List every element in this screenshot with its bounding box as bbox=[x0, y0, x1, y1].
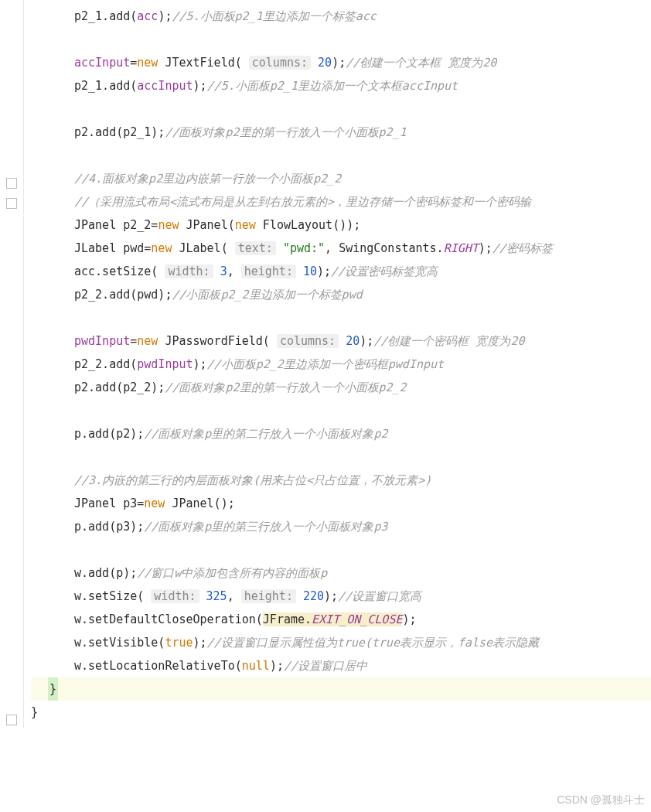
code-line[interactable]: } bbox=[31, 701, 651, 724]
code-line[interactable]: accInput=new JTextField( columns: 20);//… bbox=[31, 51, 651, 74]
gutter bbox=[0, 0, 24, 728]
code-line[interactable]: p2_2.add(pwdInput);//小面板p2_2里边添加一个密码框pwd… bbox=[31, 353, 651, 376]
watermark: CSDN @孤独斗士 bbox=[557, 793, 645, 807]
code-line[interactable]: JLabel pwd=new JLabel( text: "pwd:", Swi… bbox=[31, 237, 651, 260]
code-line[interactable]: JPanel p2_2=new JPanel(new FlowLayout())… bbox=[31, 213, 651, 237]
code-line[interactable]: acc.setSize( width: 3, height: 10);//设置密… bbox=[31, 260, 651, 283]
code-comment[interactable]: //3.内嵌的第三行的内层面板对象(用来占位<只占位置，不放元素>) bbox=[31, 469, 651, 492]
code-line[interactable]: p2_2.add(pwd);//小面板p2_2里边添加一个标签pwd bbox=[31, 283, 651, 306]
code-comment[interactable]: //4.面板对象p2里边内嵌第一行放一个小面板p2_2 bbox=[31, 167, 651, 190]
code-line[interactable]: w.setDefaultCloseOperation(JFrame.EXIT_O… bbox=[31, 608, 651, 631]
code-line[interactable]: p.add(p2);//面板对象p里的第二行放入一个小面板对象p2 bbox=[31, 422, 651, 445]
code-line[interactable]: w.setVisible(true);//设置窗口显示属性值为true(true… bbox=[31, 631, 651, 654]
code-editor[interactable]: p2_1.add(acc);//5.小面板p2_1里边添加一个标签acc acc… bbox=[0, 0, 651, 728]
code-line[interactable]: p.add(p3);//面板对象p里的第三行放入一个小面板对象p3 bbox=[31, 515, 651, 538]
fold-icon[interactable] bbox=[6, 715, 17, 725]
code-comment[interactable]: //（采用流式布局<流式布局是从左到右放元素的>，里边存储一个密码标签和一个密码… bbox=[31, 190, 651, 213]
fold-icon[interactable] bbox=[6, 198, 17, 209]
fold-icon[interactable] bbox=[6, 178, 17, 189]
code-line[interactable]: w.add(p);//窗口w中添加包含所有内容的面板p bbox=[31, 561, 651, 585]
code-line[interactable]: pwdInput=new JPasswordField( columns: 20… bbox=[31, 329, 651, 353]
code-line[interactable]: w.setSize( width: 325, height: 220);//设置… bbox=[31, 585, 651, 608]
code-line[interactable]: p2_1.add(accInput);//5.小面板p2_1里边添加一个文本框a… bbox=[31, 74, 651, 97]
code-line[interactable]: JPanel p3=new JPanel(); bbox=[31, 492, 651, 515]
code-line[interactable]: p2_1.add(acc);//5.小面板p2_1里边添加一个标签acc bbox=[31, 5, 651, 28]
code-line[interactable]: p2.add(p2_1);//面板对象p2里的第一行放入一个小面板p2_1 bbox=[31, 121, 651, 144]
code-line[interactable]: } bbox=[31, 677, 651, 701]
code-line[interactable]: p2.add(p2_2);//面板对象p2里的第一行放入一个小面板p2_2 bbox=[31, 376, 651, 399]
code-line[interactable]: w.setLocationRelativeTo(null);//设置窗口居中 bbox=[31, 654, 651, 677]
